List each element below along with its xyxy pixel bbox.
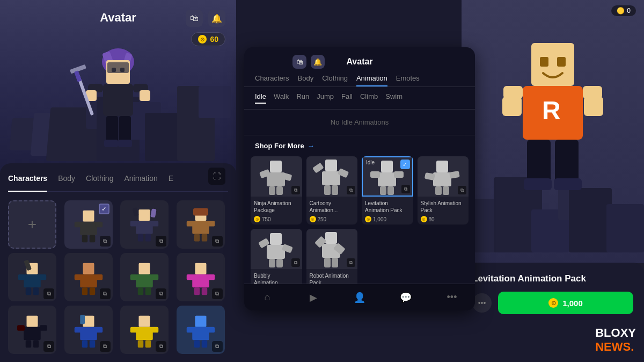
mid-nav-clothing[interactable]: Clothing	[322, 74, 348, 86]
mid-nav-body[interactable]: Body	[298, 74, 314, 86]
svg-rect-43	[18, 274, 26, 280]
item-ninja-animation[interactable]: ⧉ Ninja Animation Package ⊙ 750	[251, 156, 302, 225]
svg-rect-81	[151, 327, 158, 333]
item-info-3: Levitation Animation Pack ⊙ 1,000	[362, 197, 413, 225]
nav-avatar-icon[interactable]: 👤	[351, 289, 368, 306]
svg-rect-16	[119, 116, 131, 143]
tab-body-left[interactable]: Body	[58, 174, 75, 187]
copy-icon-3[interactable]: ⧉	[212, 236, 223, 247]
shop-arrow-icon[interactable]: →	[308, 142, 314, 150]
svg-rect-50	[95, 274, 103, 280]
item-copy-6[interactable]: ⧉	[347, 258, 355, 267]
character-card-8[interactable]: ⧉	[8, 306, 56, 354]
mid-nav-animation[interactable]: Animation	[356, 74, 387, 86]
svg-rect-104	[370, 171, 380, 178]
copy-icon-2[interactable]: ⧉	[156, 236, 166, 247]
character-card-1[interactable]: ✓ ⧉	[64, 200, 113, 249]
svg-rect-61	[186, 274, 194, 280]
character-card-9[interactable]: ⧉	[64, 306, 113, 354]
anim-tab-walk[interactable]: Walk	[274, 92, 289, 104]
svg-rect-107	[387, 186, 394, 195]
tab-characters-left[interactable]: Characters	[8, 174, 47, 187]
copy-icon-6[interactable]: ⧉	[156, 288, 166, 299]
item-thumb-4: ⧉	[418, 156, 469, 197]
item-cartoony-animation[interactable]: ⧉ Cartoony Animation... ⊙ 250	[306, 156, 358, 225]
item-thumb-2: ⧉	[306, 156, 358, 197]
character-card-4[interactable]: ⧉	[8, 253, 56, 301]
item-levitation-animation[interactable]: Idle ✓ ⧉ Levitation Animation Pack ⊙ 1,0…	[362, 156, 413, 225]
anim-tab-fall[interactable]: Fall	[341, 92, 353, 104]
character-card-3[interactable]: ⧉	[177, 200, 225, 249]
nav-chat-icon[interactable]: 💬	[397, 289, 414, 306]
item-copy-5[interactable]: ⧉	[291, 258, 300, 267]
buy-button[interactable]: ⊙ 1,000	[498, 292, 633, 314]
item-stylish-animation[interactable]: ⧉ Stylish Animation Pack ⊙ 80	[418, 156, 469, 225]
character-svg	[64, 32, 172, 156]
character-card-10[interactable]: ⧉	[120, 306, 169, 354]
tab-clothing-left[interactable]: Clothing	[86, 174, 113, 187]
svg-rect-15	[106, 116, 118, 143]
item-copy-3[interactable]: ⧉	[401, 185, 410, 193]
svg-rect-78	[139, 316, 150, 327]
copy-icon-10[interactable]: ⧉	[156, 341, 166, 352]
item-thumb-1: ⧉	[251, 156, 302, 197]
add-character-card[interactable]: +	[8, 200, 56, 249]
copy-icon-8[interactable]: ⧉	[43, 341, 54, 352]
cart-icon[interactable]: 🛍	[186, 10, 203, 27]
character-card-5[interactable]: ⧉	[64, 253, 113, 301]
mid-nav-characters[interactable]: Characters	[255, 74, 289, 86]
character-card-7[interactable]: ⧉	[177, 253, 225, 301]
copy-icon-7[interactable]: ⧉	[212, 288, 223, 299]
copy-icon-5[interactable]: ⧉	[100, 288, 111, 299]
more-options-button[interactable]: •••	[472, 293, 492, 313]
nav-play-icon[interactable]: ▶	[305, 289, 322, 306]
svg-rect-111	[449, 171, 460, 179]
character-card-6[interactable]: ⧉	[120, 253, 169, 301]
right-panel: 🟡 0 R	[462, 0, 644, 362]
svg-rect-114	[270, 233, 282, 245]
mid-bell-icon[interactable]: 🔔	[311, 55, 325, 69]
svg-rect-51	[82, 287, 87, 295]
expand-button[interactable]: ⛶	[208, 168, 225, 185]
character-card-2[interactable]: ⧉	[120, 200, 169, 249]
copy-icon[interactable]: ⧉	[100, 236, 111, 247]
copy-icon-11[interactable]: ⧉	[212, 341, 223, 352]
svg-rect-39	[201, 234, 207, 242]
price-coin-4: ⊙	[421, 216, 427, 222]
svg-rect-28	[136, 221, 153, 234]
svg-rect-137	[524, 178, 552, 190]
svg-rect-72	[80, 315, 85, 324]
anim-tab-idle[interactable]: Idle	[255, 92, 266, 104]
mid-cart-icon[interactable]: 🛍	[292, 55, 306, 69]
svg-rect-134	[584, 97, 603, 116]
item-copy-1[interactable]: ⧉	[291, 186, 300, 194]
anim-tab-jump[interactable]: Jump	[317, 92, 334, 104]
items-grid: ⧉ Ninja Animation Package ⊙ 750	[244, 156, 475, 303]
svg-rect-32	[145, 234, 151, 242]
character-card-11[interactable]: ⧉	[177, 306, 225, 354]
anim-tab-swim[interactable]: Swim	[385, 92, 402, 104]
svg-rect-84	[195, 316, 206, 327]
copy-icon-4[interactable]: ⧉	[43, 288, 54, 299]
svg-rect-105	[394, 171, 404, 178]
tab-animation-left[interactable]: Animation	[124, 174, 157, 187]
item-thumb-3: Idle ✓ ⧉	[362, 156, 413, 197]
nav-more-icon[interactable]: •••	[443, 289, 460, 306]
copy-icon-9[interactable]: ⧉	[100, 341, 111, 352]
svg-rect-102	[381, 161, 393, 172]
item-copy-2[interactable]: ⧉	[347, 186, 355, 194]
buy-price: 1,000	[562, 299, 583, 308]
mid-nav-emotes[interactable]: Emotes	[396, 74, 420, 86]
nav-home-icon[interactable]: ⌂	[259, 289, 276, 306]
svg-rect-38	[194, 234, 200, 242]
svg-rect-7	[103, 84, 133, 116]
bell-icon[interactable]: 🔔	[208, 10, 225, 27]
item-thumb-5: ⧉	[251, 229, 302, 269]
svg-rect-133	[502, 97, 522, 116]
middle-title: 🛍 🔔 Avatar	[255, 55, 464, 69]
tab-extra-left[interactable]: E	[169, 174, 173, 187]
item-copy-4[interactable]: ⧉	[458, 186, 466, 194]
svg-rect-69	[26, 340, 32, 347]
anim-tab-climb[interactable]: Climb	[360, 92, 378, 104]
anim-tab-run[interactable]: Run	[296, 92, 309, 104]
